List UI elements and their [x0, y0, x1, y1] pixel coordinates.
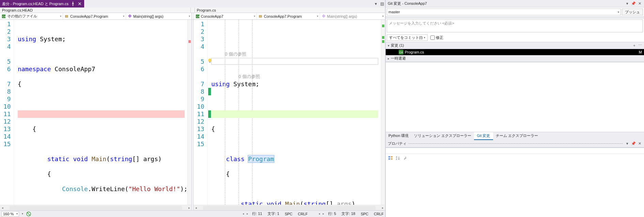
right-nav-project[interactable]: C# ConsoleApp7 ▾: [194, 13, 257, 19]
tab-python-env[interactable]: Python 環境: [386, 132, 411, 140]
alphabetical-icon[interactable]: AZ: [395, 155, 401, 161]
scroll-left-icon[interactable]: ◂: [194, 206, 198, 210]
chevron-down-icon[interactable]: ▾: [20, 212, 25, 215]
right-code[interactable]: 0 個の参照 0 個の参照 using System; namespace Co…: [211, 20, 381, 205]
right-pane-header: Program.cs: [195, 7, 385, 13]
commit-all-button[interactable]: すべてをコミット(I) ▾: [387, 34, 428, 41]
left-nav-class[interactable]: ConsoleApp7.Program ▾: [63, 13, 126, 19]
csharp-file-icon: C#: [1, 14, 6, 19]
document-tab[interactable]: 差分 - Program.cs;HEAD と Program.cs: [0, 0, 84, 7]
amend-checkbox[interactable]: 修正: [430, 35, 443, 40]
modified-badge: M: [639, 50, 644, 54]
scroll-right-icon[interactable]: ▸: [187, 206, 191, 210]
next-diff-icon[interactable]: ▸: [245, 212, 249, 215]
tab-overflow-icon[interactable]: ▤: [379, 0, 385, 7]
pin-icon[interactable]: [71, 1, 75, 6]
right-line-indicator: 行: 5: [328, 211, 336, 216]
chevron-down-icon: ▾: [618, 11, 619, 14]
codelens-references[interactable]: 0 個の参照: [225, 50, 246, 58]
codelens-references[interactable]: 0 個の参照: [239, 73, 260, 80]
scroll-left-icon[interactable]: ◂: [0, 206, 5, 210]
svg-text:C#: C#: [2, 15, 6, 18]
class-icon: [64, 14, 69, 19]
chevron-right-icon: ▸: [388, 57, 389, 60]
svg-rect-7: [322, 14, 325, 18]
properties-title: プロパティ: [388, 141, 407, 146]
commit-message-input[interactable]: メッセージを入力してください <必須>: [387, 19, 643, 32]
scroll-right-icon[interactable]: ▸: [380, 206, 385, 210]
tab-git-changes[interactable]: Git 変更: [474, 132, 493, 140]
git-changes-panel: master ▾ プッシュ メッセージを入力してください <必須> すべてをコミ…: [386, 7, 644, 62]
document-tab-strip: 差分 - Program.cs;HEAD と Program.cs ▾ ▤: [0, 0, 385, 7]
right-overview-ruler[interactable]: [381, 20, 385, 205]
tab-team-explorer[interactable]: チーム エクスプローラー: [493, 132, 541, 140]
svg-rect-6: [259, 15, 262, 17]
left-code-pane: 123456789101112131415 using System; name…: [0, 20, 191, 210]
window-menu-icon[interactable]: ▾: [625, 1, 630, 6]
git-changes-title: Git 変更 - ConsoleApp7: [388, 1, 427, 6]
right-eol-indicator[interactable]: CRLF: [374, 212, 384, 216]
more-icon[interactable]: ⋯: [638, 43, 642, 48]
left-indent-indicator[interactable]: SPC: [285, 212, 293, 216]
side-panels: Git 変更 - ConsoleApp7 ▾ 📌 ✕ master ▾ プッシュ…: [385, 0, 644, 217]
properties-panel: AZ: [386, 148, 644, 217]
properties-title-bar: プロパティ ▾ 📌 ✕: [386, 140, 644, 148]
left-overview-ruler[interactable]: [187, 20, 191, 205]
tab-title: 差分 - Program.cs;HEAD と Program.cs: [2, 1, 68, 6]
left-line-numbers: 123456789101112131415: [0, 20, 14, 205]
no-issues-icon[interactable]: [26, 211, 31, 217]
tool-window-tabs: Python 環境 ソリューション エクスプローラー Git 変更 チーム エク…: [386, 132, 644, 140]
right-indent-indicator[interactable]: SPC: [361, 212, 369, 216]
right-marker-column: [208, 20, 211, 205]
class-icon: [258, 14, 263, 19]
window-menu-icon[interactable]: ▾: [625, 141, 630, 146]
current-line-highlight: [211, 58, 379, 65]
right-col-indicator: 文字: 18: [341, 211, 355, 216]
zoom-dropdown[interactable]: 160 %▾: [1, 211, 19, 217]
left-hscrollbar[interactable]: ◂ ▸: [0, 205, 191, 210]
left-nav-project[interactable]: C# その他のファイル ▾: [0, 13, 63, 19]
svg-rect-14: [391, 158, 393, 159]
method-icon: [127, 14, 132, 19]
right-nav-class[interactable]: ConsoleApp7.Program ▾: [257, 13, 320, 19]
chevron-down-icon: ▾: [122, 15, 124, 18]
csharp-project-icon: C#: [195, 14, 200, 19]
right-hscrollbar[interactable]: ◂ ▸: [194, 205, 385, 210]
svg-rect-2: [65, 15, 68, 17]
prev-diff-icon[interactable]: ◂: [317, 212, 321, 215]
categorized-icon[interactable]: [388, 155, 393, 161]
pin-icon[interactable]: 📌: [631, 1, 636, 6]
left-eol-indicator[interactable]: CRLF: [298, 212, 308, 216]
close-icon[interactable]: ✕: [637, 141, 642, 146]
close-icon[interactable]: [77, 1, 82, 6]
stash-section-header[interactable]: ▸ 一時退避: [386, 55, 644, 62]
chevron-down-icon: ▾: [187, 15, 190, 18]
wrench-icon[interactable]: [403, 155, 408, 161]
svg-text:Z: Z: [396, 158, 397, 160]
stage-all-icon[interactable]: ＋: [632, 43, 636, 48]
svg-rect-13: [391, 156, 393, 157]
navigation-bar: C# その他のファイル ▾ ConsoleApp7.Program ▾ Main…: [0, 13, 385, 20]
left-nav-member[interactable]: Main(string[] args) ▾: [126, 13, 192, 19]
left-pane-header: Program.cs;HEAD: [0, 7, 191, 13]
push-button[interactable]: プッシュ: [622, 9, 643, 15]
right-nav-member[interactable]: Main(string[] args) ▾: [320, 13, 385, 19]
pin-icon[interactable]: 📌: [631, 141, 636, 146]
prev-diff-icon[interactable]: ◂: [241, 212, 245, 215]
diff-editor: 差分 - Program.cs;HEAD と Program.cs ▾ ▤ Pr…: [0, 0, 385, 217]
changes-section-header[interactable]: ▾ 変更 (1) ＋ ⋯: [386, 42, 644, 49]
left-line-indicator: 行: 11: [252, 211, 262, 216]
changed-file-item[interactable]: C# Program.cs M: [386, 49, 644, 55]
right-line-numbers: 123456789101112131415: [194, 20, 208, 205]
chevron-down-icon: ▾: [424, 36, 425, 39]
tab-solution-explorer[interactable]: ソリューション エクスプローラー: [411, 132, 474, 140]
next-diff-icon[interactable]: ▸: [321, 212, 325, 215]
close-icon[interactable]: ✕: [637, 1, 642, 6]
editor-status-bar: 160 %▾ ▾ ◂ ▸ 行: 11 文字: 1 SPC CRLF ◂ ▸ 行:…: [0, 210, 385, 217]
tab-menu-icon[interactable]: ▾: [373, 0, 379, 7]
branch-dropdown[interactable]: master ▾: [387, 9, 621, 15]
svg-rect-3: [128, 14, 132, 18]
git-changes-title-bar: Git 変更 - ConsoleApp7 ▾ 📌 ✕: [386, 0, 644, 7]
left-col-indicator: 文字: 1: [267, 211, 279, 216]
left-code[interactable]: using System; namespace ConsoleApp7 { cl…: [18, 20, 188, 205]
